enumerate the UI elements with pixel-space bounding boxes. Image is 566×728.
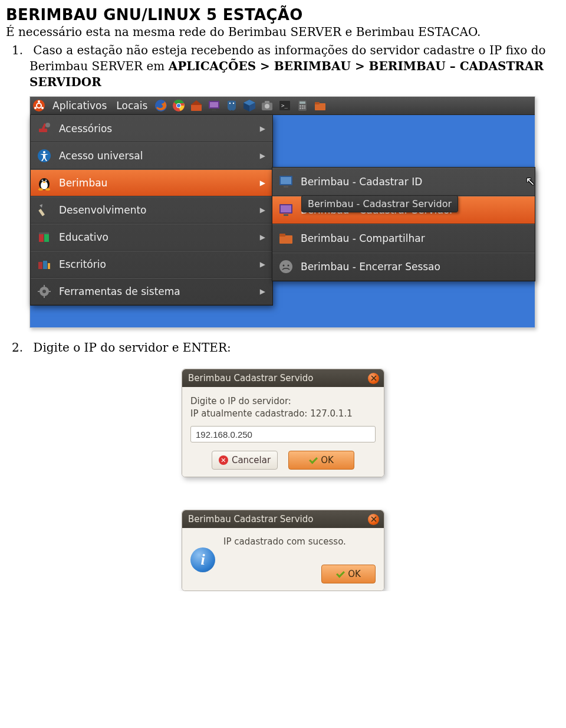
monitor-icon	[277, 173, 295, 191]
mouse-cursor-icon: ↖	[525, 174, 535, 188]
menu-educativo[interactable]: Educativo ▶	[31, 224, 272, 251]
folder-share-icon	[277, 229, 295, 247]
menu-escritorio[interactable]: Escritório ▶	[31, 251, 272, 278]
menu-acesso-universal[interactable]: Acesso universal ▶	[31, 142, 272, 169]
svg-point-43	[45, 180, 46, 181]
menu-item-label: Ferramentas de sistema	[59, 286, 180, 297]
chevron-right-icon: ▶	[260, 124, 265, 133]
svg-rect-28	[304, 105, 305, 109]
svg-point-8	[177, 104, 180, 107]
panel-apps-label[interactable]: Aplicativos	[48, 100, 111, 112]
svg-point-35	[45, 123, 50, 127]
menu-item-label: Berimbau - Cadastrar ID	[301, 176, 422, 188]
svg-point-56	[42, 290, 46, 293]
svg-rect-25	[300, 101, 305, 104]
svg-rect-57	[44, 285, 45, 287]
svg-point-70	[283, 265, 285, 267]
accessories-icon	[35, 120, 53, 137]
chevron-right-icon: ▶	[260, 233, 265, 241]
success-message: IP cadastrado com sucesso.	[223, 536, 376, 547]
svg-rect-12	[210, 102, 218, 107]
svg-rect-30	[302, 107, 304, 109]
cancel-label: Cancelar	[232, 455, 271, 465]
step-2-text: Digite o IP do servidor e ENTER:	[33, 340, 231, 355]
ok-button[interactable]: OK	[321, 565, 376, 583]
ok-button[interactable]: OK	[288, 451, 354, 470]
svg-rect-54	[48, 263, 50, 269]
virtualbox-icon[interactable]	[241, 97, 258, 114]
menu-item-label: Escritório	[59, 258, 106, 270]
terminal-icon[interactable]: >_	[277, 97, 293, 114]
dialog-instructions: Digite o IP do servidor: IP atualmente c…	[190, 395, 376, 420]
office-icon	[35, 255, 53, 273]
screenshot-ip-dialog: Berimbau Cadastrar Servido Digite o IP d…	[182, 369, 384, 477]
svg-point-3	[34, 107, 37, 109]
svg-rect-67	[279, 235, 292, 244]
menu-item-label: Acessórios	[59, 123, 112, 135]
edu-icon	[35, 228, 53, 246]
ok-label: OK	[321, 455, 334, 465]
svg-point-42	[42, 180, 42, 181]
menu-berimbau[interactable]: Berimbau ▶	[31, 169, 272, 196]
svg-rect-27	[302, 105, 304, 107]
dialog-titlebar: Berimbau Cadastrar Servido	[182, 510, 384, 528]
svg-point-15	[233, 103, 234, 104]
svg-rect-47	[38, 209, 45, 217]
menu-acessorios[interactable]: Acessórios ▶	[31, 115, 272, 142]
step-1: 1. Caso a estação não esteja recebendo a…	[29, 42, 560, 90]
svg-rect-29	[300, 107, 301, 109]
submenu-encerrar-sessao[interactable]: Berimbau - Encerrar Sessao	[272, 252, 535, 281]
svg-point-45	[38, 188, 43, 191]
svg-rect-58	[44, 296, 45, 298]
svg-rect-13	[212, 109, 216, 111]
check-icon	[336, 570, 344, 578]
svg-rect-26	[300, 105, 301, 107]
close-button[interactable]	[368, 514, 379, 525]
panel-places-label[interactable]: Locais	[111, 100, 152, 112]
folder-icon[interactable]	[312, 97, 328, 114]
submenu-compartilhar[interactable]: Berimbau - Compartilhar	[272, 224, 535, 252]
svg-rect-62	[281, 177, 291, 184]
display-icon[interactable]	[206, 97, 222, 114]
screenshot-icon[interactable]	[259, 97, 275, 114]
screenshot-menu: Aplicativos Locais >_	[29, 96, 535, 328]
menu-desenvolvimento[interactable]: Desenvolvimento ▶	[31, 196, 272, 224]
dialog-line1: Digite o IP do servidor:	[190, 395, 376, 408]
calculator-icon[interactable]	[294, 97, 311, 114]
svg-rect-68	[279, 234, 285, 237]
ubuntu-logo-icon	[31, 97, 47, 114]
postgresql-icon[interactable]	[223, 97, 240, 114]
menu-item-label: Berimbau	[59, 177, 107, 189]
ip-input[interactable]	[190, 426, 376, 442]
chrome-icon[interactable]	[170, 97, 187, 114]
dialog-titlebar: Berimbau Cadastrar Servido	[182, 369, 384, 387]
penguin-icon	[35, 174, 53, 192]
cancel-icon: ✕	[219, 455, 228, 465]
svg-marker-48	[40, 204, 42, 208]
chevron-right-icon: ▶	[260, 179, 265, 187]
close-button[interactable]	[368, 373, 379, 384]
menu-item-label: Acesso universal	[59, 150, 143, 162]
chevron-right-icon: ▶	[260, 206, 265, 214]
firefox-icon[interactable]	[153, 97, 169, 114]
dialog-title: Berimbau Cadastrar Servido	[188, 373, 313, 383]
step-2: 2. Digite o IP do servidor e ENTER:	[29, 340, 560, 356]
menu-item-label: Berimbau - Compartilhar	[301, 232, 425, 244]
cancel-button[interactable]: ✕ Cancelar	[212, 451, 278, 470]
svg-rect-21	[265, 101, 269, 103]
svg-rect-50	[44, 233, 49, 242]
ok-label: OK	[348, 569, 361, 579]
gnome-top-panel: Aplicativos Locais >_	[30, 97, 535, 115]
menu-ferramentas-sistema[interactable]: Ferramentas de sistema ▶	[31, 278, 272, 305]
home-icon[interactable]	[188, 97, 205, 114]
submenu-cadastrar-id[interactable]: Berimbau - Cadastrar ID	[272, 168, 535, 196]
chevron-right-icon: ▶	[260, 287, 265, 296]
svg-rect-49	[39, 233, 44, 242]
svg-rect-65	[281, 205, 291, 212]
screenshot-success-dialog: Berimbau Cadastrar Servido i IP cadastra…	[182, 510, 384, 591]
menu-item-label: Berimbau - Encerrar Sessao	[301, 261, 440, 273]
svg-point-37	[43, 151, 45, 153]
dialog-title: Berimbau Cadastrar Servido	[188, 514, 313, 524]
menu-item-label: Desenvolvimento	[59, 204, 146, 216]
svg-rect-32	[315, 102, 320, 104]
